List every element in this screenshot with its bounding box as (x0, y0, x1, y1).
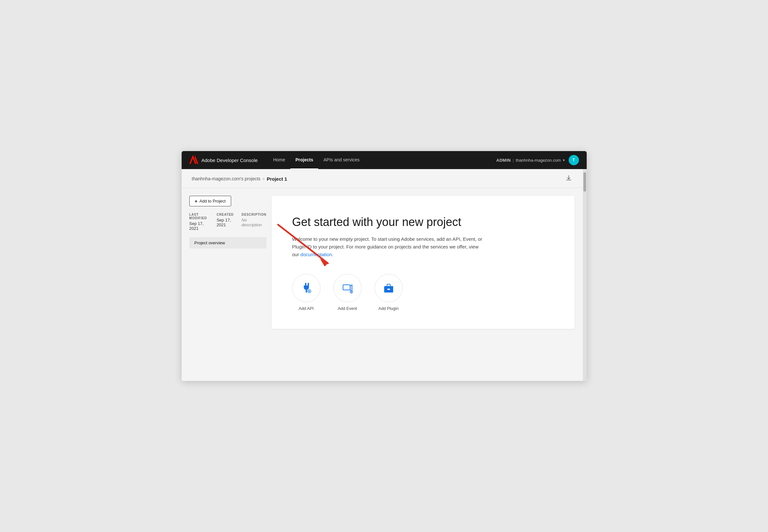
card-title: Get started with your new project (292, 215, 554, 229)
meta-created-label: CREATED (217, 213, 234, 216)
add-plugin-item[interactable]: Add Plugin (375, 274, 403, 311)
add-event-label: Add Event (338, 306, 357, 311)
add-plugin-label: Add Plugin (378, 306, 399, 311)
meta-description-value: No description (241, 218, 266, 227)
browser-window: Adobe Developer Console Home Projects AP… (182, 151, 587, 381)
nav-apis[interactable]: APIs and services (318, 151, 365, 169)
nav-links: Home Projects APIs and services (268, 151, 496, 169)
meta-description: DESCRIPTION No description (241, 213, 266, 231)
adobe-logo-icon (189, 155, 198, 165)
svg-rect-8 (343, 285, 350, 290)
topnav: Adobe Developer Console Home Projects AP… (182, 151, 587, 169)
admin-email: thanhnha-magezon.com (516, 158, 561, 163)
breadcrumb-separator: > (262, 176, 265, 181)
action-icons: Add API (292, 274, 554, 311)
svg-rect-5 (308, 283, 309, 285)
add-to-project-button[interactable]: + Add to Project (189, 196, 231, 206)
brand: Adobe Developer Console (189, 155, 258, 165)
project-overview-nav-item[interactable]: Project overview (189, 237, 267, 248)
api-icon (301, 282, 312, 294)
download-icon[interactable] (565, 175, 572, 183)
event-icon (342, 282, 353, 294)
nav-projects[interactable]: Projects (290, 151, 318, 169)
add-api-circle[interactable] (292, 274, 321, 302)
main-panel: Get started with your new project Welcom… (272, 188, 582, 381)
card-desc-text2: . (332, 252, 333, 257)
add-to-project-label: Add to Project (199, 199, 226, 203)
meta-last-modified: LAST MODIFIED Sep 17, 2021 (189, 213, 209, 231)
scrollbar-thumb[interactable] (583, 172, 586, 192)
svg-rect-4 (305, 283, 306, 285)
scrollbar-track[interactable] (583, 169, 587, 381)
meta-created-value: Sep 17, 2021 (217, 218, 234, 227)
breadcrumb-parent[interactable]: thanhnha-magezon.com's projects (192, 176, 261, 181)
main-content: + Add to Project LAST MODIFIED Sep 17, 2… (182, 188, 587, 381)
meta-row: LAST MODIFIED Sep 17, 2021 CREATED Sep 1… (189, 213, 267, 231)
add-api-label: Add API (299, 306, 314, 311)
sidebar: + Add to Project LAST MODIFIED Sep 17, 2… (182, 188, 272, 381)
admin-label: ADMIN (496, 158, 511, 163)
brand-title: Adobe Developer Console (202, 158, 258, 163)
breadcrumb-current: Project 1 (267, 176, 287, 182)
topnav-right: ADMIN | thanhnha-magezon.com ▾ T (496, 155, 579, 165)
breadcrumb-bar: thanhnha-magezon.com's projects > Projec… (182, 169, 587, 188)
add-plugin-circle[interactable] (375, 274, 403, 302)
svg-marker-3 (320, 258, 328, 266)
svg-rect-6 (306, 290, 307, 293)
meta-description-label: DESCRIPTION (241, 213, 266, 216)
breadcrumb: thanhnha-magezon.com's projects > Projec… (192, 176, 287, 182)
meta-created: CREATED Sep 17, 2021 (217, 213, 234, 231)
admin-separator: | (513, 158, 514, 163)
plus-icon: + (195, 198, 198, 204)
documentation-link[interactable]: documentation (300, 252, 332, 257)
meta-last-modified-value: Sep 17, 2021 (189, 221, 209, 231)
nav-home[interactable]: Home (268, 151, 290, 169)
add-api-item[interactable]: Add API (292, 274, 321, 311)
add-event-circle[interactable] (333, 274, 362, 302)
content-area: thanhnha-magezon.com's projects > Projec… (182, 169, 587, 381)
add-event-item[interactable]: Add Event (333, 274, 362, 311)
svg-rect-11 (387, 289, 390, 290)
chevron-down-icon: ▾ (563, 158, 565, 162)
admin-info[interactable]: ADMIN | thanhnha-magezon.com ▾ (496, 158, 565, 163)
card-description: Welcome to your new empty project. To st… (292, 235, 485, 258)
avatar[interactable]: T (569, 155, 579, 165)
meta-last-modified-label: LAST MODIFIED (189, 213, 209, 220)
get-started-card: Get started with your new project Welcom… (272, 196, 574, 329)
plugin-icon (383, 282, 394, 294)
